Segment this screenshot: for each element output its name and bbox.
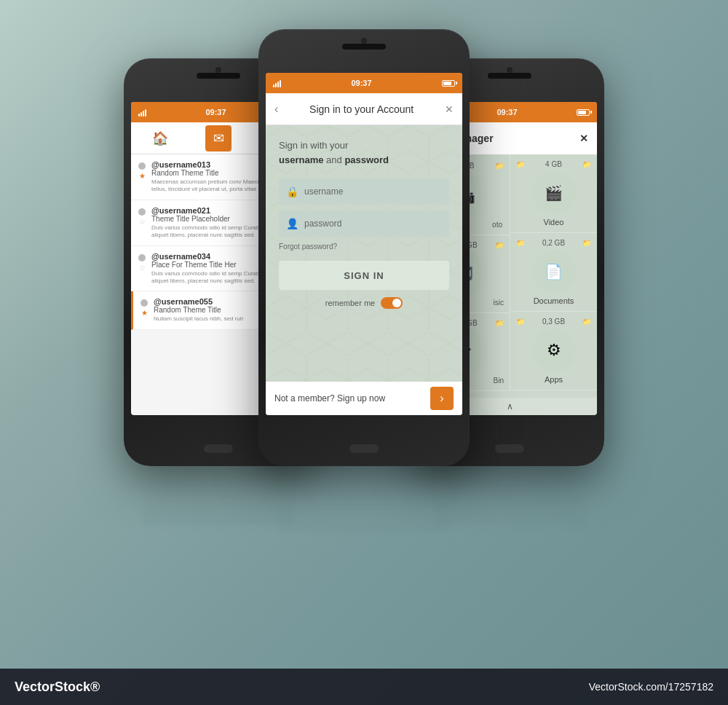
center-battery bbox=[442, 80, 455, 87]
size-docs: 0,2 GB bbox=[542, 239, 565, 247]
star-empty-3: ☆ bbox=[139, 264, 146, 272]
center-phone-camera bbox=[361, 38, 367, 44]
avatar-4 bbox=[141, 299, 148, 307]
watermark-brand: VectorStock® bbox=[15, 680, 100, 695]
star-icon-1: ★ bbox=[139, 172, 146, 180]
signin-title: Sign in to your Account bbox=[309, 103, 414, 115]
right-col: 📁 4 GB 📁 🎬 Video 📁 0,2 GB bbox=[510, 154, 597, 391]
signup-bar: Not a member? Sign up now › bbox=[266, 382, 462, 415]
username-field[interactable]: 🔒 username bbox=[279, 178, 449, 205]
star-empty-2: ☆ bbox=[139, 218, 146, 226]
left-time: 09:37 bbox=[205, 108, 226, 117]
avatar-3 bbox=[138, 254, 146, 261]
center-time: 09:37 bbox=[351, 79, 371, 87]
signal-bars-center bbox=[273, 79, 281, 87]
signin-intro: Sign in with your username and password bbox=[279, 138, 449, 167]
center-home-button bbox=[349, 444, 379, 453]
remember-row: remember me bbox=[279, 297, 449, 309]
remember-label: remember me bbox=[325, 299, 375, 307]
avatar-1 bbox=[138, 162, 146, 170]
apps-icon-circle: ⚙ bbox=[532, 328, 576, 372]
docs-label: Documents bbox=[516, 296, 591, 305]
signin-content: Sign in with your username and password … bbox=[266, 125, 462, 352]
avatar-2 bbox=[138, 208, 146, 216]
home-nav-icon[interactable]: 🏠 bbox=[147, 125, 173, 151]
docs-icon-circle: 📄 bbox=[532, 250, 576, 294]
signal-bars-left bbox=[138, 108, 146, 117]
left-phone-notch bbox=[197, 73, 240, 79]
forgot-password-link[interactable]: Forgot password? bbox=[279, 243, 449, 251]
star-icon-4: ★ bbox=[141, 309, 148, 317]
back-button[interactable]: ‹ bbox=[274, 103, 278, 116]
page-background: 09:37 🏠 ✉ 🔍 ★ bbox=[0, 0, 728, 705]
size-apps: 0,3 GB bbox=[542, 318, 565, 326]
size-video: 4 GB bbox=[545, 160, 562, 168]
center-signal bbox=[273, 79, 281, 87]
intro-bold-username: username bbox=[279, 154, 323, 165]
center-phone: 09:37 ‹ Sign in to your Account ✕ Sign i… bbox=[258, 29, 470, 466]
watermark-bar: VectorStock® VectorStock.com/17257182 bbox=[0, 669, 728, 705]
intro-bold-password: password bbox=[344, 154, 389, 165]
signup-text[interactable]: Not a member? Sign up now bbox=[274, 393, 385, 403]
center-status-bar: 09:37 bbox=[266, 73, 462, 93]
close-button[interactable]: ✕ bbox=[445, 103, 454, 115]
apps-label: Apps bbox=[516, 375, 591, 384]
up-arrow[interactable]: ∧ bbox=[507, 401, 513, 411]
right-phone-camera bbox=[507, 67, 513, 73]
intro-text-2: and bbox=[326, 154, 342, 165]
right-home-button bbox=[495, 444, 524, 453]
right-phone-reflection bbox=[434, 466, 585, 524]
username-input[interactable]: username bbox=[304, 186, 343, 197]
signin-header: ‹ Sign in to your Account ✕ bbox=[266, 93, 462, 125]
right-battery bbox=[577, 109, 590, 116]
intro-text-1: Sign in with your bbox=[279, 140, 348, 151]
center-phone-screen: 09:37 ‹ Sign in to your Account ✕ Sign i… bbox=[266, 73, 462, 415]
phones-container: 09:37 🏠 ✉ 🔍 ★ bbox=[109, 15, 619, 583]
right-phone-notch bbox=[488, 73, 531, 79]
left-phone-camera bbox=[215, 67, 221, 73]
center-phone-reflection bbox=[280, 466, 448, 532]
left-signal bbox=[138, 108, 146, 117]
password-field[interactable]: 👤 password bbox=[279, 210, 449, 237]
password-input[interactable]: password bbox=[304, 218, 341, 229]
video-icon-circle: 🎬 bbox=[532, 171, 576, 215]
file-manager-close[interactable]: ✕ bbox=[579, 133, 588, 144]
remember-toggle[interactable] bbox=[381, 297, 403, 309]
user-icon: 👤 bbox=[286, 218, 298, 229]
lock-icon: 🔒 bbox=[286, 186, 298, 197]
signup-arrow-button[interactable]: › bbox=[430, 387, 454, 410]
watermark-url: VectorStock.com/17257182 bbox=[589, 681, 713, 693]
left-home-button bbox=[204, 444, 233, 453]
right-time: 09:37 bbox=[496, 108, 517, 117]
center-phone-notch bbox=[342, 44, 386, 50]
video-label: Video bbox=[516, 218, 591, 227]
left-phone-reflection bbox=[143, 466, 294, 524]
signin-button[interactable]: SIGN IN bbox=[279, 261, 449, 290]
email-nav-icon[interactable]: ✉ bbox=[205, 125, 232, 151]
